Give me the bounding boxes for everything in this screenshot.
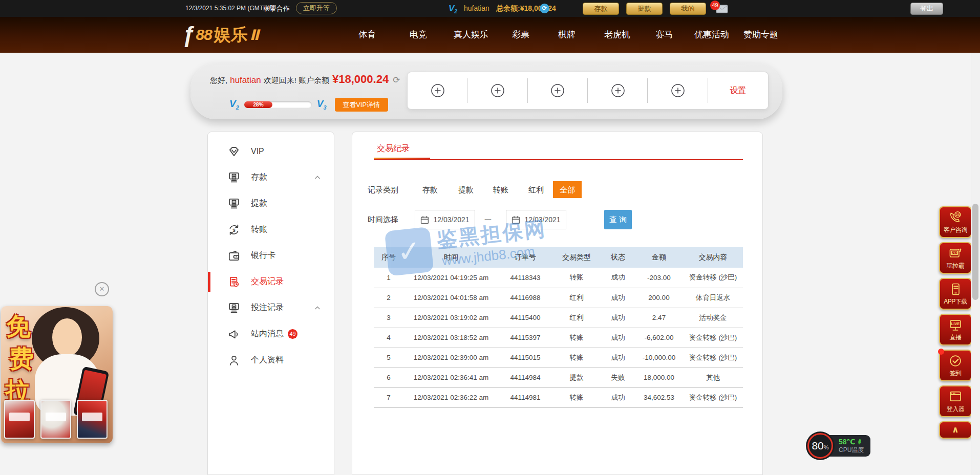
sidebar-item-deposit[interactable]: 存款 xyxy=(208,164,334,190)
search-button[interactable]: 查 询 xyxy=(604,210,632,229)
promo-thumbnail[interactable] xyxy=(4,400,35,439)
tab-transaction-records[interactable]: 交易纪录 xyxy=(377,143,410,154)
shortcuts-settings-link[interactable]: 设置 xyxy=(708,72,768,109)
cell-amount: -6,602.00 xyxy=(635,328,683,348)
table-row: 112/03/2021 04:19:25 am44118343转账成功-203.… xyxy=(374,268,743,288)
vip-next-letter: V xyxy=(317,98,324,109)
nav-item-live-casino[interactable]: 真人娱乐 xyxy=(454,17,488,53)
add-shortcut-slot-5[interactable] xyxy=(648,72,708,109)
transaction-record-icon xyxy=(227,275,241,289)
logo-88: 88 xyxy=(196,26,211,44)
promo-text-char: 费 xyxy=(9,342,34,375)
play-slots-button[interactable]: 777 玩拉霸 xyxy=(939,242,972,274)
calendar-icon xyxy=(512,215,520,224)
cell-order-no: 44114981 xyxy=(499,387,552,407)
scrollbar-thumb[interactable] xyxy=(972,204,978,300)
filter-transfer[interactable]: 转账 xyxy=(493,181,508,198)
upgrade-button[interactable]: 立即升等 xyxy=(296,2,337,14)
date-from-input[interactable]: 12/03/2021 xyxy=(415,210,475,229)
site-logo[interactable]: ƒ 88 娱乐 Ⅱ xyxy=(182,17,259,53)
sidebar-item-withdraw[interactable]: 提款 xyxy=(208,190,334,217)
live-tv-icon: LIVE xyxy=(948,318,963,332)
cell-index: 7 xyxy=(374,387,403,407)
date-to-input[interactable]: 12/03/2021 xyxy=(506,210,566,229)
sidebar-item-label: 提款 xyxy=(251,198,267,209)
cell-time: 12/03/2021 04:19:25 am xyxy=(403,268,499,288)
sidebar-item-label: 转账 xyxy=(251,224,267,235)
vip-details-button[interactable]: 查看VIP详情 xyxy=(335,98,388,112)
betting-record-icon xyxy=(227,301,241,315)
quick-shortcuts-card: 设置 xyxy=(407,72,769,110)
greeting-text: 您好, xyxy=(210,76,227,85)
deposit-button[interactable]: 存款 xyxy=(583,3,619,15)
mobile-app-icon xyxy=(948,282,963,296)
cell-time: 12/03/2021 03:19:02 am xyxy=(403,308,499,328)
sidebar-item-transaction-history[interactable]: 交易记录 xyxy=(208,269,334,295)
nav-item-sports[interactable]: 体育 xyxy=(358,17,376,53)
vip-current-badge: V2 xyxy=(229,98,239,111)
cell-order-no: 44115397 xyxy=(499,328,552,348)
logout-button[interactable]: 登出 xyxy=(910,3,943,15)
alliance-link[interactable]: 联盟合作 xyxy=(263,0,290,17)
leaf-icon xyxy=(857,438,863,445)
refresh-icon[interactable]: ⟳ xyxy=(393,75,400,85)
notification-dot xyxy=(938,349,944,355)
add-shortcut-slot-3[interactable] xyxy=(528,72,588,109)
filter-withdraw[interactable]: 提款 xyxy=(458,181,474,198)
refresh-balance-icon[interactable]: ⟳ xyxy=(540,4,549,13)
add-shortcut-slot-1[interactable] xyxy=(408,72,467,109)
cpu-percent: 80 xyxy=(812,440,823,451)
cell-amount: 2.47 xyxy=(635,308,683,328)
nav-item-board-games[interactable]: 棋牌 xyxy=(558,17,576,53)
filter-all-active[interactable]: 全部 xyxy=(553,181,582,198)
customer-service-button[interactable]: 24 客户咨询 xyxy=(939,206,972,238)
cell-order-no: 44116988 xyxy=(499,288,552,308)
vip-next-level: 3 xyxy=(324,104,327,111)
add-icon xyxy=(550,83,565,98)
cell-type: 提款 xyxy=(552,368,601,387)
my-account-button[interactable]: 我的 xyxy=(670,3,706,15)
promo-thumbnail[interactable] xyxy=(77,400,108,439)
app-download-button[interactable]: APP下载 xyxy=(939,278,972,310)
sidebar-item-bank-card[interactable]: 银行卡 xyxy=(208,243,334,269)
nav-item-lottery[interactable]: 彩票 xyxy=(512,17,529,53)
filter-deposit[interactable]: 存款 xyxy=(422,181,438,198)
nav-item-promotions[interactable]: 优惠活动 xyxy=(694,17,729,53)
sidebar-item-betting-history[interactable]: 投注记录 xyxy=(208,295,334,321)
cell-status: 成功 xyxy=(601,308,635,328)
promo-thumbnail[interactable] xyxy=(40,400,71,439)
withdraw-button[interactable]: 提款 xyxy=(626,3,663,15)
cell-amount: 200.00 xyxy=(635,288,683,308)
collapse-menu-button[interactable]: ∧ xyxy=(939,421,972,439)
cpu-usage-gauge: 80% xyxy=(806,431,835,460)
person-icon xyxy=(227,354,241,367)
add-shortcut-slot-2[interactable] xyxy=(467,72,527,109)
cell-amount: -10,000.00 xyxy=(635,348,683,368)
cell-type: 红利 xyxy=(552,288,601,308)
nav-item-slots[interactable]: 老虎机 xyxy=(604,17,630,53)
sidebar-item-profile[interactable]: 个人资料 xyxy=(208,347,334,373)
cell-time: 12/03/2021 02:39:00 am xyxy=(403,348,499,368)
cpu-temperature: 58℃ xyxy=(839,438,870,446)
nav-item-esports[interactable]: 电竞 xyxy=(410,17,427,53)
transfer-money-icon: $ xyxy=(227,223,241,236)
time-select-row: 时间选择 12/03/2021 一 12/03/2021 查 询 xyxy=(352,210,762,229)
vip-letter: V xyxy=(449,4,454,13)
sidebar-item-vip[interactable]: VIP xyxy=(208,138,334,164)
sidebar-item-transfer[interactable]: $ 转账 xyxy=(208,217,334,243)
chevron-up-icon xyxy=(314,306,321,310)
launcher-button[interactable]: 登入器 xyxy=(939,385,972,417)
time-select-label: 时间选择 xyxy=(368,210,398,229)
sidebar-item-messages[interactable]: 站内消息 49 xyxy=(208,321,334,347)
cell-time: 12/03/2021 04:01:58 am xyxy=(403,288,499,308)
filter-bonus[interactable]: 红利 xyxy=(528,181,544,198)
cell-type: 转账 xyxy=(552,348,601,368)
live-stream-button[interactable]: LIVE 直播 xyxy=(939,314,972,346)
promo-close-button[interactable]: ✕ xyxy=(95,282,109,296)
float-label: 玩拉霸 xyxy=(947,262,965,270)
check-in-button[interactable]: 签到 xyxy=(939,350,972,381)
chevron-up-icon xyxy=(314,175,321,180)
add-shortcut-slot-4[interactable] xyxy=(588,72,648,109)
nav-item-horse-racing[interactable]: 赛马 xyxy=(655,17,673,53)
nav-item-sponsorship[interactable]: 赞助专题 xyxy=(743,17,778,53)
